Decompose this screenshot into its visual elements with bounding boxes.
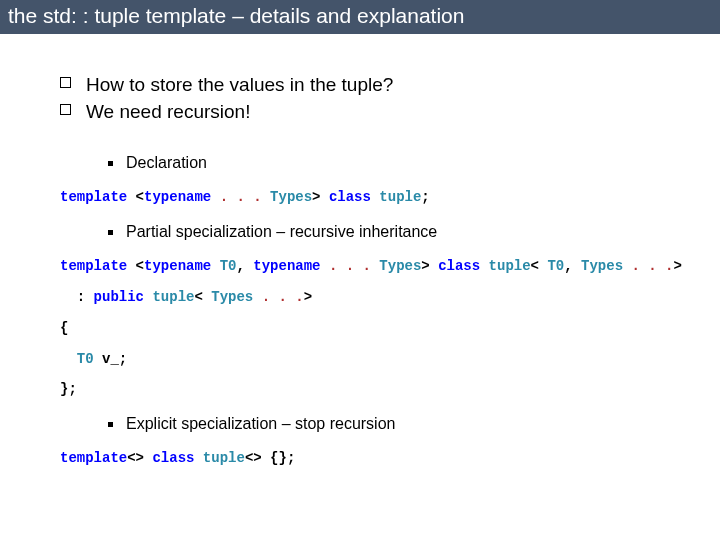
question-text: How to store the values in the tuple? (86, 74, 393, 95)
question-list: How to store the values in the tuple? We… (60, 73, 680, 124)
question-item: How to store the values in the tuple? (60, 73, 680, 98)
code-partial-rbrace: }; (60, 374, 680, 405)
code-explicit: template<> class tuple<> {}; (60, 443, 680, 474)
square-bullet-icon (108, 230, 113, 235)
slide-title: the std: : tuple template – details and … (0, 0, 720, 37)
square-bullet-icon (108, 161, 113, 166)
slide: the std: : tuple template – details and … (0, 0, 720, 540)
square-bullet-icon (108, 422, 113, 427)
code-partial-lbrace: { (60, 313, 680, 344)
subheading-text: Partial specialization – recursive inher… (126, 223, 437, 240)
checkbox-icon (60, 77, 71, 88)
subheading-text: Declaration (126, 154, 207, 171)
code-partial-member: T0 v_; (60, 344, 680, 375)
subheading-declaration: Declaration (86, 154, 680, 172)
subheading-text: Explicit specialization – stop recursion (126, 415, 395, 432)
question-item: We need recursion! (60, 100, 680, 125)
code-partial-line1: template <typename T0, typename . . . Ty… (60, 251, 680, 282)
question-text: We need recursion! (86, 101, 250, 122)
subheading-partial: Partial specialization – recursive inher… (86, 223, 680, 241)
code-partial-line2: : public tuple< Types . . .> (60, 282, 680, 313)
code-declaration: template <typename . . . Types> class tu… (60, 182, 680, 213)
subheading-explicit: Explicit specialization – stop recursion (86, 415, 680, 433)
checkbox-icon (60, 104, 71, 115)
slide-content: How to store the values in the tuple? We… (0, 37, 720, 484)
